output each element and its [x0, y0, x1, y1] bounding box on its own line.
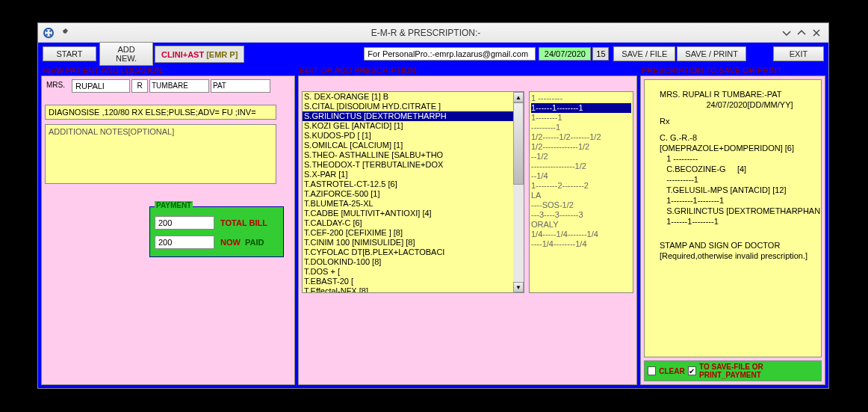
drug-item[interactable]: T.CEF-200 [CEFIXIME ] [8]: [303, 228, 513, 238]
paid-input[interactable]: [155, 236, 214, 249]
drug-item[interactable]: S.KOZI GEL [ANTACID] [1]: [303, 121, 513, 131]
svg-point-1: [46, 30, 48, 32]
right-section-label: PRESCRIPTION TO SAVE OR PRINT .: [640, 65, 825, 76]
patient-name-row: MRS. R TUMBARE PAT: [45, 79, 291, 93]
paid-label: NOW PAID: [220, 238, 264, 247]
dosage-item[interactable]: --1/4: [531, 171, 631, 181]
brand-label: CLINI+AST [EMR P]: [155, 46, 244, 63]
save-print-button[interactable]: SAVE / PRINT: [677, 46, 746, 61]
scroll-thumb[interactable]: [513, 102, 524, 185]
title-label: MRS.: [45, 79, 70, 93]
last-name-field[interactable]: TUMBARE: [149, 79, 209, 93]
dosage-item[interactable]: LA: [531, 191, 631, 200]
brand-main: CLINI+AST: [161, 50, 206, 59]
svg-point-2: [49, 30, 52, 32]
dosage-item[interactable]: --1/2: [531, 152, 631, 162]
drug-item[interactable]: S.THEODOX-T [TERBUTALINE+DOX: [303, 160, 513, 170]
clear-checkbox[interactable]: [648, 366, 656, 375]
payment-box: PAYMENT TOTAL BILL NOW PAID: [149, 206, 284, 257]
close-button[interactable]: [809, 27, 824, 39]
payment-legend: PAYMENT: [155, 201, 193, 209]
rx-line: 1--------1--------1: [649, 195, 816, 206]
diagnosis-field[interactable]: DIAGNOSISE ,120/80 RX ELSE;PULSE;ADV= FU…: [45, 105, 276, 120]
drug-item[interactable]: T.CINIM 100 [NIMISULIDE] [8]: [303, 238, 513, 247]
dosage-item[interactable]: ---------1: [531, 123, 631, 132]
rx-line: C.BECOZINE-G [4]: [649, 164, 816, 174]
window-title: E-M-R & PRESCRIPTION:-: [72, 28, 779, 38]
drug-item[interactable]: T.CYFOLAC DT[B.PLEX+LACTOBACI: [303, 247, 513, 257]
patient-box: MRS. R TUMBARE PAT DIAGNOSISE ,120/80 RX…: [41, 76, 295, 385]
pat-field[interactable]: PAT: [211, 79, 270, 93]
rx-line: 1 ---------: [649, 153, 816, 164]
dosage-listbox[interactable]: 1 ---------1------1--------11--------1--…: [529, 91, 633, 293]
start-button[interactable]: START: [43, 46, 96, 61]
drug-scrollbar[interactable]: ▲ ▼: [513, 92, 524, 292]
maximize-button[interactable]: [794, 27, 809, 39]
dosage-item[interactable]: ----1/4--------1/4: [531, 239, 631, 249]
dosage-item[interactable]: ----SOS-1/2: [531, 200, 631, 210]
dosage-item[interactable]: ---3----3-------3: [531, 210, 631, 220]
drug-item[interactable]: T.CALDAY-C [6]: [303, 218, 513, 228]
dosage-item[interactable]: ORALY: [531, 220, 631, 230]
pin-icon[interactable]: [58, 27, 69, 39]
dosage-item[interactable]: 1/2------1/2-------1/2: [531, 132, 631, 142]
drug-item[interactable]: T.EBAST-20 [: [303, 277, 513, 286]
save-opt-checkbox[interactable]: ✔: [688, 366, 696, 375]
drug-item[interactable]: T.DOLOKIND-100 [8]: [303, 257, 513, 267]
dosage-item[interactable]: 1------1--------1: [531, 103, 631, 113]
dosage-item[interactable]: 1 ---------: [531, 93, 631, 103]
drug-item[interactable]: S.X-PAR [1]: [303, 170, 513, 179]
scroll-up-button[interactable]: ▲: [513, 92, 524, 102]
toolbar: START ADD NEW. CLINI+AST [EMR P] For Per…: [38, 43, 828, 65]
titlebar: E-M-R & PRESCRIPTION:-: [38, 23, 828, 43]
paid-text: PAID: [245, 238, 264, 247]
mid-panel: EDIT OR ADD PRESCRIPTION. S. DEX-ORANGE …: [298, 65, 637, 385]
scroll-down-button[interactable]: ▼: [513, 282, 524, 292]
drug-item[interactable]: S.OMILCAL [CALCIUM] [1]: [303, 141, 513, 150]
drug-item[interactable]: T.ASTROTEL-CT-12.5 [6]: [303, 179, 513, 189]
date-field[interactable]: 24/07/2020: [539, 47, 591, 61]
drug-item[interactable]: S.CITAL [DISODIUM HYD.CITRATE ]: [303, 102, 513, 111]
drug-item[interactable]: T.CADBE [MULTIVIT+ANTIOXI] [4]: [303, 209, 513, 218]
save-opt-label: TO SAVE-FILE OR PRINT_PAYMENT: [699, 363, 818, 379]
drug-item[interactable]: S.GRILINCTUS [DEXTROMETHARPH: [303, 111, 513, 121]
left-panel: VIEW PATIENT AND LOCATION. MRS. R TUMBAR…: [41, 65, 295, 385]
content: VIEW PATIENT AND LOCATION. MRS. R TUMBAR…: [38, 65, 828, 388]
add-new-button[interactable]: ADD NEW.: [99, 42, 153, 66]
rx-stamp-line: STAMP AND SIGN OF DOCTOR: [649, 240, 816, 250]
mi-field[interactable]: R: [131, 79, 148, 93]
total-bill-label: TOTAL BILL: [220, 218, 267, 227]
rx-output-box: MRS. RUPALI R TUMBARE:-PAT 24/07/2020[DD…: [640, 76, 825, 385]
save-file-button[interactable]: SAVE / FILE: [613, 46, 675, 61]
rx-text: MRS. RUPALI R TUMBARE:-PAT 24/07/2020[DD…: [644, 79, 822, 357]
drug-item[interactable]: S. DEX-ORANGE [1] B: [303, 92, 513, 102]
drug-item[interactable]: S.THEO- ASTHALLINE [SALBU+THO: [303, 150, 513, 160]
email-label: For PersonalPro.:-emrp.lazarus@gmail.com: [364, 47, 536, 61]
minimize-button[interactable]: [779, 27, 794, 39]
drug-item[interactable]: T.DOS + [: [303, 267, 513, 277]
dosage-item[interactable]: 1--------1: [531, 113, 631, 123]
mid-section-label: EDIT OR ADD PRESCRIPTION.: [298, 65, 637, 76]
drug-item[interactable]: T.AZIFORCE-500 [1]: [303, 189, 513, 199]
svg-point-0: [44, 28, 53, 37]
day-field[interactable]: 15: [592, 47, 609, 61]
scroll-track[interactable]: [513, 185, 524, 282]
dosage-item[interactable]: 1/4-----1/4-------1/4: [531, 230, 631, 239]
svg-point-4: [49, 34, 52, 36]
first-name-input[interactable]: [72, 79, 130, 93]
rx-line: 1------1--------1: [649, 216, 816, 227]
drug-listbox[interactable]: S. DEX-ORANGE [1] BS.CITAL [DISODIUM HYD…: [302, 91, 524, 293]
rx-line: S.GRILINCTUS [DEXTROMETHARPHAN +CPM][1]: [649, 206, 816, 216]
notes-field[interactable]: ADDITIONAL NOTES[OPTIONAL]: [45, 124, 276, 184]
exit-button[interactable]: EXIT: [773, 46, 824, 61]
total-bill-input[interactable]: [155, 216, 214, 230]
drug-item[interactable]: T.Effectal-NFX [8]: [303, 286, 513, 292]
mid-lists: S. DEX-ORANGE [1] BS.CITAL [DISODIUM HYD…: [302, 91, 633, 293]
drug-item[interactable]: T.BLUMETA-25-XL: [303, 199, 513, 209]
dosage-item[interactable]: ----------------1/2: [531, 162, 631, 171]
dosage-item[interactable]: 1/2-------------1/2: [531, 142, 631, 152]
rx-req-line: [Required,otherwise invalid prescription…: [649, 250, 816, 261]
prescription-edit-box: S. DEX-ORANGE [1] BS.CITAL [DISODIUM HYD…: [298, 76, 637, 385]
drug-item[interactable]: S.KUDOS-PD [ [1]: [303, 131, 513, 141]
dosage-item[interactable]: 1--------2--------2: [531, 181, 631, 191]
